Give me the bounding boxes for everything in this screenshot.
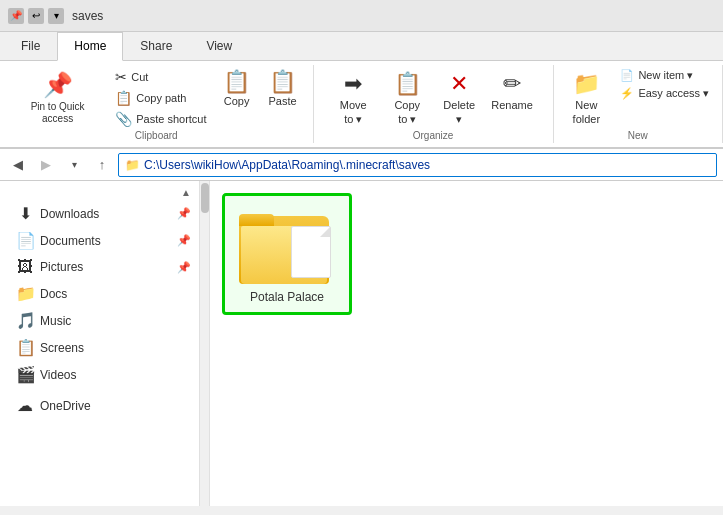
tab-view[interactable]: View xyxy=(189,32,249,60)
paste-button[interactable]: 📋 Paste xyxy=(261,67,305,111)
undo-icon[interactable]: ↩ xyxy=(28,8,44,24)
sidebar-item-videos[interactable]: 🎬 Videos xyxy=(0,361,199,388)
copy-path-button[interactable]: 📋 Copy path xyxy=(109,88,212,108)
copy-path-icon: 📋 xyxy=(115,90,132,106)
main-area: ▲ ⬇ Downloads 📌 📄 Documents 📌 🖼 Pictures… xyxy=(0,181,723,506)
sidebar-scroll-up: ▲ xyxy=(0,185,199,200)
tab-file[interactable]: File xyxy=(4,32,57,60)
scrollbar-thumb[interactable] xyxy=(201,183,209,213)
ribbon-tabs: File Home Share View xyxy=(0,32,723,61)
pin-to-quick-access-button[interactable]: 📌 Pin to Quick access xyxy=(8,67,107,129)
onedrive-icon: ☁ xyxy=(16,396,34,415)
sidebar-item-downloads[interactable]: ⬇ Downloads 📌 xyxy=(0,200,199,227)
pin-indicator: 📌 xyxy=(177,207,191,220)
sidebar-item-music[interactable]: 🎵 Music xyxy=(0,307,199,334)
tab-share[interactable]: Share xyxy=(123,32,189,60)
copy-to-button[interactable]: 📋 Copy to ▾ xyxy=(381,67,433,130)
sidebar-item-label: Documents xyxy=(40,234,101,248)
new-label: New xyxy=(554,130,722,141)
copy-to-icon: 📋 xyxy=(394,71,421,97)
paste-icon: 📋 xyxy=(269,71,296,93)
sidebar-item-docs[interactable]: 📁 Docs xyxy=(0,280,199,307)
screens-icon: 📋 xyxy=(16,338,34,357)
easy-access-button[interactable]: ⚡ Easy access ▾ xyxy=(614,85,715,102)
window-title: saves xyxy=(72,9,103,23)
title-bar-icons: 📌 ↩ ▾ xyxy=(8,8,64,24)
new-small-col: 📄 New item ▾ ⚡ Easy access ▾ xyxy=(614,67,715,129)
new-folder-button[interactable]: 📁 New folder xyxy=(560,67,612,129)
copy-button[interactable]: 📋 Copy xyxy=(215,67,259,111)
ribbon-group-clipboard: 📌 Pin to Quick access ✂ Cut 📋 Copy path … xyxy=(0,65,314,143)
sidebar-item-label: Videos xyxy=(40,368,76,382)
move-to-icon: ➡ xyxy=(344,71,362,97)
pin-indicator: 📌 xyxy=(177,234,191,247)
clipboard-label: Clipboard xyxy=(0,130,313,141)
videos-icon: 🎬 xyxy=(16,365,34,384)
sidebar-scrollbar[interactable] xyxy=(200,181,210,506)
paste-shortcut-button[interactable]: 📎 Paste shortcut xyxy=(109,109,212,129)
music-icon: 🎵 xyxy=(16,311,34,330)
dropdown-icon[interactable]: ▾ xyxy=(48,8,64,24)
sidebar-item-pictures[interactable]: 🖼 Pictures 📌 xyxy=(0,254,199,280)
ribbon-group-organize: ➡ Move to ▾ 📋 Copy to ▾ ✕ Delete ▾ ✏ Ren… xyxy=(314,65,554,143)
sidebar-item-label: OneDrive xyxy=(40,399,91,413)
ribbon: 📌 Pin to Quick access ✂ Cut 📋 Copy path … xyxy=(0,61,723,149)
sidebar-item-label: Music xyxy=(40,314,71,328)
sidebar-item-documents[interactable]: 📄 Documents 📌 xyxy=(0,227,199,254)
sidebar-item-label: Docs xyxy=(40,287,67,301)
pictures-icon: 🖼 xyxy=(16,258,34,276)
move-to-button[interactable]: ➡ Move to ▾ xyxy=(327,67,379,130)
folder-name: Potala Palace xyxy=(250,290,324,304)
folder-paper xyxy=(291,226,331,278)
new-folder-icon: 📁 xyxy=(573,71,600,97)
sidebar-item-label: Pictures xyxy=(40,260,83,274)
new-item-button[interactable]: 📄 New item ▾ xyxy=(614,67,715,84)
ribbon-clipboard-items: 📌 Pin to Quick access ✂ Cut 📋 Copy path … xyxy=(8,67,305,161)
content-pane: Potala Palace xyxy=(210,181,723,506)
sidebar-item-label: Downloads xyxy=(40,207,99,221)
easy-access-icon: ⚡ xyxy=(620,87,634,100)
tab-home[interactable]: Home xyxy=(57,32,123,61)
sidebar: ▲ ⬇ Downloads 📌 📄 Documents 📌 🖼 Pictures… xyxy=(0,181,200,506)
sidebar-item-screens[interactable]: 📋 Screens xyxy=(0,334,199,361)
rename-button[interactable]: ✏ Rename xyxy=(485,67,539,130)
organize-label: Organize xyxy=(314,130,553,141)
rename-icon: ✏ xyxy=(503,71,521,97)
delete-icon: ✕ xyxy=(450,71,468,97)
pin-icon: 📌 xyxy=(43,71,73,99)
folder-tab xyxy=(239,214,274,226)
new-item-icon: 📄 xyxy=(620,69,634,82)
documents-icon: 📄 xyxy=(16,231,34,250)
title-bar: 📌 ↩ ▾ saves xyxy=(0,0,723,32)
cut-button[interactable]: ✂ Cut xyxy=(109,67,212,87)
paste-shortcut-icon: 📎 xyxy=(115,111,132,127)
downloads-icon: ⬇ xyxy=(16,204,34,223)
folder-item-potala-palace[interactable]: Potala Palace xyxy=(222,193,352,315)
delete-button[interactable]: ✕ Delete ▾ xyxy=(435,67,483,130)
pin-label: Pin to Quick access xyxy=(16,101,99,125)
copy-icon: 📋 xyxy=(223,71,250,93)
docs-icon: 📁 xyxy=(16,284,34,303)
scissors-icon: ✂ xyxy=(115,69,127,85)
sidebar-item-onedrive[interactable]: ☁ OneDrive xyxy=(0,392,199,419)
pin-icon[interactable]: 📌 xyxy=(8,8,24,24)
folder-icon xyxy=(239,204,335,284)
pin-indicator: 📌 xyxy=(177,261,191,274)
ribbon-group-new: 📁 New folder 📄 New item ▾ ⚡ Easy access … xyxy=(554,65,723,143)
sidebar-item-label: Screens xyxy=(40,341,84,355)
